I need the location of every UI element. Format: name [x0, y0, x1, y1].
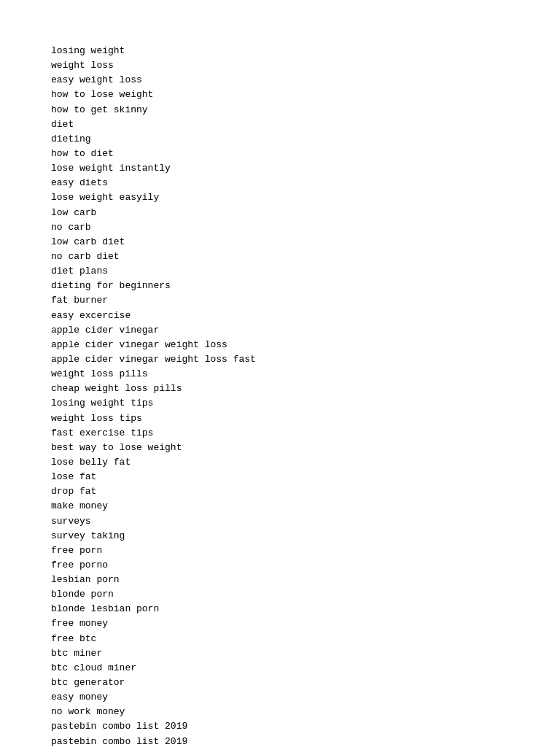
list-item: dieting for beginners	[51, 279, 509, 293]
list-item: no work money	[51, 705, 509, 719]
list-item: how to lose weight	[51, 88, 509, 102]
list-item: apple cider vinegar	[51, 323, 509, 338]
list-item: how to diet	[51, 147, 509, 161]
list-item: pastebin combo list 2019	[51, 735, 509, 747]
list-item: lose fat	[51, 470, 509, 484]
list-item: free porno	[51, 558, 509, 573]
list-item: dieting	[51, 132, 509, 147]
list-item: best way to lose weight	[51, 441, 509, 455]
list-item: low carb diet	[51, 235, 509, 249]
list-item: low carb	[51, 206, 509, 220]
list-item: pastebin combo list 2019	[51, 719, 509, 734]
list-item: surveys	[51, 514, 509, 529]
list-item: easy excercise	[51, 309, 509, 323]
list-item: easy diets	[51, 176, 509, 190]
keyword-list: losing weightweight losseasy weight loss…	[51, 44, 509, 747]
list-item: blonde lesbian porn	[51, 602, 509, 616]
list-item: survey taking	[51, 529, 509, 543]
list-item: no carb	[51, 220, 509, 235]
list-item: apple cider vinegar weight loss	[51, 338, 509, 352]
list-item: lesbian porn	[51, 573, 509, 587]
list-item: diet plans	[51, 264, 509, 279]
list-item: btc cloud miner	[51, 661, 509, 676]
list-item: cheap weight loss pills	[51, 382, 509, 396]
list-item: btc miner	[51, 646, 509, 661]
list-item: lose belly fat	[51, 455, 509, 470]
list-item: free porn	[51, 543, 509, 558]
list-item: weight loss	[51, 58, 509, 73]
list-item: no carb diet	[51, 249, 509, 264]
list-item: losing weight	[51, 44, 509, 58]
list-item: diet	[51, 117, 509, 132]
list-item: losing weight tips	[51, 396, 509, 411]
list-item: lose weight instantly	[51, 161, 509, 176]
list-item: btc generator	[51, 676, 509, 690]
list-item: fast exercise tips	[51, 426, 509, 441]
list-item: drop fat	[51, 484, 509, 499]
list-item: blonde porn	[51, 587, 509, 602]
list-item: fat burner	[51, 293, 509, 308]
list-item: apple cider vinegar weight loss fast	[51, 352, 509, 367]
list-item: easy money	[51, 690, 509, 705]
list-item: make money	[51, 499, 509, 514]
list-item: lose weight easyily	[51, 190, 509, 205]
list-item: free btc	[51, 632, 509, 646]
list-item: how to get skinny	[51, 103, 509, 117]
list-item: weight loss tips	[51, 411, 509, 426]
list-item: free money	[51, 616, 509, 631]
list-item: weight loss pills	[51, 367, 509, 382]
list-item: easy weight loss	[51, 73, 509, 88]
